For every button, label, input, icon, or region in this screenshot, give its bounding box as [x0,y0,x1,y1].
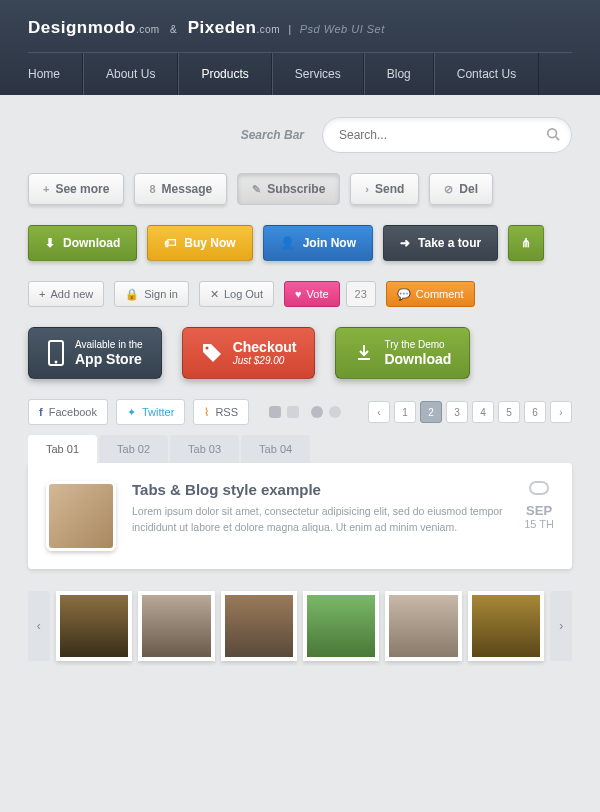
blue-icon: 👤 [280,236,295,250]
tab-3[interactable]: Tab 03 [170,435,239,463]
rss-button[interactable]: ⌇RSS [193,399,249,425]
download-button[interactable]: ⬇Download [28,225,137,261]
nav-home[interactable]: Home [28,53,83,95]
page-5[interactable]: 5 [498,401,520,423]
nav-about-us[interactable]: About Us [83,53,178,95]
message-icon: 8 [149,183,155,195]
carousel-item[interactable] [138,591,214,661]
dl-icon [354,343,374,363]
tab-panel: Tabs & Blog style example Lorem ipsum do… [28,463,572,569]
search-box [322,117,572,153]
see more-icon: + [43,183,49,195]
rss-icon: ⌇ [204,406,209,419]
del-icon: ⊘ [444,183,453,196]
nav-contact-us[interactable]: Contact Us [434,53,539,95]
post-date: SEP 15 TH [524,481,554,551]
vote-icon: ♥ [295,288,302,300]
carousel-item[interactable] [221,591,297,661]
message-button[interactable]: 8Message [134,173,227,205]
post-title: Tabs & Blog style example [132,481,508,498]
facebook-button[interactable]: fFacebook [28,399,108,425]
page-2[interactable]: 2 [420,401,442,423]
carousel-item[interactable] [468,591,544,661]
log out-icon: ✕ [210,288,219,301]
nav-products[interactable]: Products [178,53,271,95]
vote-button[interactable]: ♥Vote [284,281,340,307]
svg-point-3 [55,361,58,364]
post-body: Lorem ipsum dolor sit amet, consectetur … [132,504,508,536]
page-4[interactable]: 4 [472,401,494,423]
download-button[interactable]: Try the DemoDownload [335,327,470,379]
share-button[interactable]: ⋔ [508,225,544,261]
join-now-button[interactable]: 👤Join Now [263,225,373,261]
page-1[interactable]: 1 [394,401,416,423]
carousel-next[interactable]: › [550,591,572,661]
share-icon: ⋔ [521,236,531,250]
twitter-icon: ✦ [127,406,136,419]
twitter-button[interactable]: ✦Twitter [116,399,185,425]
tab-4[interactable]: Tab 04 [241,435,310,463]
nav-blog[interactable]: Blog [364,53,434,95]
carousel-item[interactable] [56,591,132,661]
comment-icon [529,481,549,495]
facebook-icon: f [39,406,43,418]
view-toggle[interactable] [269,406,299,418]
search-icon[interactable] [546,127,560,141]
comment-icon: 💬 [397,288,411,301]
sign in-icon: 🔒 [125,288,139,301]
sign-in-button[interactable]: 🔒Sign in [114,281,189,307]
view-toggle-2[interactable] [311,406,341,418]
tab-1[interactable]: Tab 01 [28,435,97,463]
svg-point-0 [548,129,557,138]
carousel-item[interactable] [303,591,379,661]
search-input[interactable] [322,117,572,153]
dark-icon: ➜ [400,236,410,250]
comment-button[interactable]: 💬Comment [386,281,475,307]
app-store-button[interactable]: Available in theApp Store [28,327,162,379]
green-icon: ⬇ [45,236,55,250]
carousel-prev[interactable]: ‹ [28,591,50,661]
del-button[interactable]: ⊘Del [429,173,493,205]
subscribe-icon: ✎ [252,183,261,196]
page-6[interactable]: 6 [524,401,546,423]
see-more-button[interactable]: +See more [28,173,124,205]
add new-icon: + [39,288,45,300]
svg-line-1 [556,137,560,141]
buy-now-button[interactable]: 🏷Buy Now [147,225,252,261]
page-3[interactable]: 3 [446,401,468,423]
pagination: ‹123456› [368,401,572,423]
just--------button[interactable]: CheckoutJust $29.00 [182,327,316,379]
carousel-item[interactable] [385,591,461,661]
yellow-icon: 🏷 [164,236,176,250]
phone-icon [47,339,65,367]
subscribe-button[interactable]: ✎Subscribe [237,173,340,205]
log-out-button[interactable]: ✕Log Out [199,281,274,307]
svg-point-4 [205,347,208,350]
brand-title: Designmodo.com & Pixeden.com |Psd Web UI… [28,18,572,38]
send-icon: › [365,183,369,195]
image-carousel: ‹ › [28,591,572,661]
tab-2[interactable]: Tab 02 [99,435,168,463]
vote-count: 23 [346,281,376,307]
post-thumbnail [46,481,116,551]
add-new-button[interactable]: +Add new [28,281,104,307]
nav-services[interactable]: Services [272,53,364,95]
tag-icon [201,342,223,364]
send-button[interactable]: ›Send [350,173,419,205]
take-a-tour-button[interactable]: ➜Take a tour [383,225,498,261]
search-label: Search Bar [241,128,304,142]
page-‹[interactable]: ‹ [368,401,390,423]
main-nav: HomeAbout UsProductsServicesBlogContact … [28,52,572,95]
page-›[interactable]: › [550,401,572,423]
